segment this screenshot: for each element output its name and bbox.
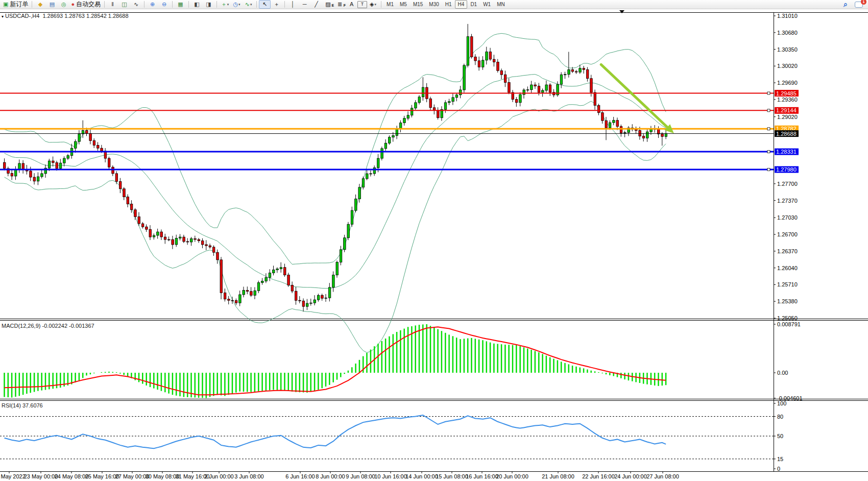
- chat-icon[interactable]: 1: [855, 2, 863, 8]
- new-chart-button-dropdown-arrow[interactable]: ▾: [227, 1, 229, 8]
- toolbar-separator: [188, 1, 189, 8]
- candle: [407, 115, 409, 118]
- macd-pane: 0.0087910.00-0.004601: [5, 321, 803, 401]
- candlestick-icon[interactable]: ◫: [118, 0, 130, 9]
- candle: [183, 237, 185, 242]
- candle: [216, 252, 219, 260]
- new-order-button[interactable]: ▣新订单: [2, 0, 30, 9]
- zoom-in-icon[interactable]: ⊕: [147, 0, 158, 9]
- equidistant-channel-button[interactable]: ▨E: [322, 0, 334, 9]
- horizontal-line-button[interactable]: ─: [299, 0, 310, 9]
- svg-text:1.25380: 1.25380: [777, 298, 798, 304]
- arrows-button[interactable]: ◈▾: [367, 0, 379, 9]
- candle: [613, 121, 615, 123]
- market-watch-icon[interactable]: ◆: [34, 0, 46, 9]
- candle: [250, 292, 253, 296]
- bollinger-bands[interactable]: [5, 33, 666, 352]
- line-chart-icon[interactable]: ∿: [130, 0, 142, 9]
- timeframe-button-m30[interactable]: M30: [426, 0, 442, 9]
- candle: [224, 293, 226, 299]
- candle: [579, 68, 582, 73]
- line-handle[interactable]: [767, 151, 770, 153]
- text-label-button[interactable]: T: [357, 1, 367, 8]
- indicators-button[interactable]: ∿▾: [243, 0, 254, 9]
- candle: [344, 238, 346, 250]
- timeframe-button-h1[interactable]: H1: [442, 0, 455, 9]
- candlestick-icon-glyph: ◫: [122, 1, 127, 8]
- candle: [56, 163, 58, 169]
- toolbar-separator: [144, 1, 144, 8]
- candle: [486, 52, 488, 60]
- candle: [639, 131, 641, 136]
- toolbar-right-group: ⌕1: [843, 0, 863, 9]
- autotrading-button[interactable]: ●自动交易: [69, 0, 102, 9]
- svg-text:27 May 00:00: 27 May 00:00: [115, 473, 150, 479]
- fibonacci-button[interactable]: ≣F: [334, 0, 346, 9]
- tile-windows-icon[interactable]: ▦: [175, 0, 186, 9]
- trendline-button[interactable]: ╱: [310, 0, 322, 9]
- chart-context-marker[interactable]: ▾: [2, 14, 4, 19]
- candle: [149, 229, 152, 237]
- candle: [583, 68, 585, 70]
- chart-area[interactable]: 1.310101.306801.303501.300201.296901.293…: [0, 0, 868, 481]
- indicators-glyph: ∿: [245, 1, 250, 8]
- cursor-button[interactable]: ↖: [259, 0, 271, 9]
- fibonacci-glyph: ≣: [337, 1, 342, 8]
- arrows-button-dropdown-arrow[interactable]: ▾: [375, 1, 377, 8]
- candle: [531, 85, 533, 90]
- toolbar-separator: [381, 1, 381, 8]
- timeframe-button-w1[interactable]: W1: [480, 0, 494, 9]
- chart-shift-marker[interactable]: [619, 10, 624, 13]
- indicators-button-dropdown-arrow[interactable]: ▾: [250, 1, 252, 8]
- bar-chart-icon[interactable]: ‖: [107, 0, 118, 9]
- profiles-button-dropdown-arrow[interactable]: ▾: [238, 1, 240, 8]
- candle: [411, 108, 413, 115]
- line-chart-icon-glyph: ∿: [134, 1, 138, 8]
- zoom-out-icon[interactable]: ⊖: [158, 0, 170, 9]
- cascade-charts-icon[interactable]: ◨: [203, 0, 214, 9]
- svg-text:1.31010: 1.31010: [777, 13, 798, 19]
- svg-text:0: 0: [777, 466, 780, 472]
- new-order-glyph: ▣: [3, 1, 8, 8]
- navigator-icon[interactable]: ◎: [58, 0, 69, 9]
- data-window-icon[interactable]: ▤: [46, 0, 58, 9]
- line-handle[interactable]: [767, 169, 770, 171]
- new-chart-button[interactable]: ＋▾: [219, 0, 231, 9]
- search-icon[interactable]: ⌕: [843, 0, 848, 9]
- timeframe-button-m15[interactable]: M15: [410, 0, 426, 9]
- candle: [452, 98, 454, 102]
- candle: [493, 59, 495, 62]
- timeframe-button-d1[interactable]: D1: [467, 0, 480, 9]
- trendline-glyph: ╱: [315, 1, 318, 8]
- timeframe-button-m1[interactable]: M1: [383, 0, 397, 9]
- line-handle[interactable]: [767, 109, 770, 112]
- vertical-line-glyph: │: [291, 1, 295, 8]
- text-button[interactable]: A: [346, 0, 357, 9]
- candle: [560, 75, 563, 84]
- candle: [665, 134, 667, 137]
- svg-text:23 May 00:00: 23 May 00:00: [24, 473, 58, 479]
- crosshair-button[interactable]: ＋: [271, 0, 282, 9]
- trend-arrow-line[interactable]: [601, 64, 671, 131]
- trading-terminal-window: ▣新订单◆▤◎●自动交易‖◫∿⊕⊖▦◧◨＋▾◷▾∿▾↖＋│─╱▨E≣FAT◈▾M…: [0, 0, 868, 481]
- candle: [523, 90, 525, 94]
- candle: [14, 170, 17, 176]
- line-handle[interactable]: [767, 92, 770, 94]
- timeframe-button-mn[interactable]: MN: [494, 0, 508, 9]
- candle: [444, 103, 447, 109]
- timeframe-button-m5[interactable]: M5: [397, 0, 410, 9]
- svg-text:1.30020: 1.30020: [777, 63, 798, 69]
- candle: [605, 121, 608, 128]
- timeframe-button-h4[interactable]: H4: [455, 0, 468, 9]
- profiles-button[interactable]: ◷▾: [231, 0, 243, 9]
- svg-text:20 Jun 00:00: 20 Jun 00:00: [496, 473, 528, 479]
- arrange-charts-icon[interactable]: ◧: [191, 0, 203, 9]
- line-handle[interactable]: [767, 128, 770, 130]
- toolbar-separator: [104, 1, 105, 8]
- vertical-line-button[interactable]: │: [287, 0, 299, 9]
- candle: [418, 97, 421, 103]
- rsi-indicator-label: RSI(14) 37.6076: [2, 402, 43, 408]
- candle: [175, 238, 178, 245]
- zoom-in-icon-glyph: ⊕: [150, 1, 155, 8]
- candle: [18, 163, 21, 170]
